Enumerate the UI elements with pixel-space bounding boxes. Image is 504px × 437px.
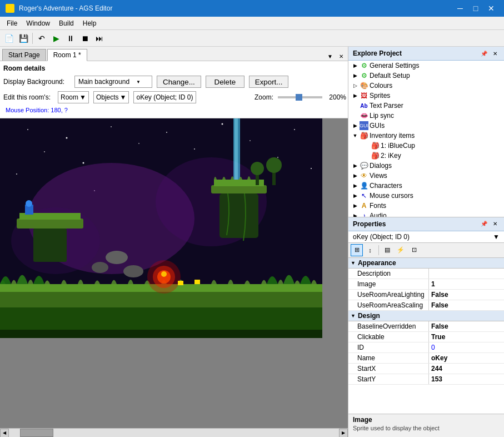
- tree-item[interactable]: ▶ ⚙ General Settings: [348, 61, 504, 71]
- tree-item[interactable]: ▶ 🖼 Sprites: [348, 91, 504, 101]
- maximize-button[interactable]: □: [468, 1, 483, 16]
- svg-point-9: [83, 162, 84, 164]
- props-object-label: oKey (Object; ID 0): [353, 233, 410, 241]
- tree-item[interactable]: ▶ 💬 Dialogs: [348, 161, 504, 171]
- toolbar-new[interactable]: 📄: [2, 32, 16, 45]
- tree-label: Audio: [370, 212, 387, 217]
- h-scroll-thumb[interactable]: [20, 429, 53, 437]
- props-grid-btn[interactable]: ▤: [381, 244, 393, 256]
- export-button[interactable]: Export...: [249, 76, 289, 88]
- toolbar-pause[interactable]: ⏸: [64, 32, 77, 45]
- tree-label: Sprites: [370, 92, 390, 100]
- tree-item[interactable]: Ab Text Parser: [348, 101, 504, 111]
- app-icon: [6, 4, 14, 13]
- svg-rect-25: [17, 218, 83, 229]
- h-scroll-track[interactable]: [9, 429, 339, 437]
- tree-item[interactable]: ▶ ↖ Mouse cursors: [348, 191, 504, 201]
- minimize-button[interactable]: ─: [453, 1, 467, 16]
- tree-item[interactable]: 👄 Lip sync: [348, 111, 504, 121]
- scroll-left-btn[interactable]: ◀: [0, 429, 9, 438]
- svg-rect-48: [178, 281, 183, 285]
- properties-grid: ▼ Appearance Description Image 1 UseRoom…: [348, 258, 504, 414]
- menu-window[interactable]: Window: [22, 18, 54, 28]
- desc-title: Image: [353, 416, 500, 424]
- prop-value: False: [429, 321, 504, 331]
- props-controls: 📌 ✕: [480, 220, 500, 229]
- expander-icon: [362, 141, 371, 150]
- tree-view[interactable]: ▶ ⚙ General Settings ▶ ⚙ Default Setup ▷…: [348, 61, 504, 217]
- display-bg-dropdown[interactable]: Main background ▼: [74, 76, 152, 88]
- room-type-dropdown[interactable]: Room ▼: [58, 91, 89, 103]
- tab-close-btn[interactable]: ✕: [337, 52, 346, 61]
- prop-row-image: Image 1: [348, 279, 504, 290]
- main-container: Start Page Room 1 * ▼ ✕ Room details Dis…: [0, 47, 504, 437]
- delete-button[interactable]: Delete: [206, 76, 244, 88]
- tree-item[interactable]: ▷ 🎨 Colours: [348, 81, 504, 91]
- tree-item[interactable]: 🎒 1: iBlueCup: [348, 141, 504, 151]
- expander-icon: [351, 111, 360, 120]
- title-bar: Roger's Adventure - AGS Editor ─ □ ✕: [0, 0, 504, 17]
- explore-header: Explore Project 📌 ✕: [348, 47, 504, 61]
- prop-name: Description: [348, 269, 429, 279]
- change-button[interactable]: Change...: [157, 76, 201, 88]
- section-label: Design: [358, 312, 380, 320]
- display-bg-row: Display Background: Main background ▼ Ch…: [3, 76, 345, 88]
- text-icon: Ab: [360, 101, 368, 110]
- section-appearance[interactable]: ▼ Appearance: [348, 258, 504, 269]
- room-dropdown-arrow: ▼: [79, 93, 86, 101]
- menu-build[interactable]: Build: [54, 18, 78, 28]
- close-button[interactable]: ✕: [484, 1, 498, 16]
- tab-start-page[interactable]: Start Page: [2, 49, 46, 61]
- props-dropdown-arrow[interactable]: ▼: [493, 233, 500, 241]
- explore-pin-btn[interactable]: 📌: [480, 49, 488, 58]
- object-select-dropdown[interactable]: oKey (Object; ID 0): [133, 91, 196, 103]
- tree-label: Mouse cursors: [370, 192, 413, 200]
- svg-point-10: [194, 148, 195, 150]
- tree-item[interactable]: ▶ A Fonts: [348, 201, 504, 211]
- explore-close-btn[interactable]: ✕: [491, 49, 500, 58]
- svg-point-4: [166, 132, 167, 133]
- toolbar-stop[interactable]: ⏹: [78, 32, 92, 45]
- menu-help[interactable]: Help: [78, 18, 101, 28]
- h-scrollbar[interactable]: ◀ ▶: [0, 428, 348, 437]
- props-pin-btn[interactable]: 📌: [480, 220, 488, 229]
- expander-icon: ▶: [351, 171, 360, 180]
- display-bg-label: Display Background:: [3, 78, 70, 86]
- scroll-right-btn[interactable]: ▶: [339, 429, 348, 438]
- desc-text: Sprite used to display the object: [353, 425, 500, 431]
- tree-item[interactable]: ▼ 🎒 Inventory items: [348, 131, 504, 141]
- props-event-btn[interactable]: ⚡: [395, 244, 407, 256]
- tree-item[interactable]: ▶ GUI GUIs: [348, 121, 504, 131]
- menu-file[interactable]: File: [2, 18, 22, 28]
- props-misc-btn[interactable]: ⊡: [408, 244, 420, 256]
- room-details: Room details Display Background: Main ba…: [0, 61, 348, 118]
- objects-dropdown[interactable]: Objects ▼: [93, 91, 129, 103]
- props-categorized-btn[interactable]: ⊞: [351, 244, 363, 256]
- canvas-area[interactable]: HOME: [0, 118, 348, 428]
- tree-item[interactable]: 🎒 2: iKey: [348, 151, 504, 161]
- room-option: Room: [61, 93, 78, 101]
- tree-item[interactable]: ▶ ⚙ Default Setup: [348, 71, 504, 81]
- toolbar-run[interactable]: ▶: [49, 32, 63, 45]
- tree-label: Inventory items: [370, 132, 415, 140]
- svg-rect-49: [194, 280, 200, 284]
- palette-icon: 🎨: [360, 81, 368, 90]
- tab-room1[interactable]: Room 1 *: [47, 49, 87, 61]
- tree-item[interactable]: ▶ ♪ Audio: [348, 211, 504, 217]
- tree-label: Dialogs: [370, 162, 392, 170]
- objects-dropdown-arrow: ▼: [120, 93, 127, 101]
- toolbar-undo[interactable]: ↶: [35, 32, 48, 45]
- views-icon: 👁: [360, 171, 368, 180]
- svg-point-11: [277, 157, 278, 158]
- zoom-slider[interactable]: [278, 96, 322, 98]
- props-close-btn[interactable]: ✕: [491, 220, 500, 229]
- section-design[interactable]: ▼ Design: [348, 311, 504, 321]
- toolbar-step[interactable]: ⏭: [93, 32, 106, 45]
- toolbar-save[interactable]: 💾: [17, 32, 30, 45]
- tab-dropdown-btn[interactable]: ▼: [326, 52, 335, 61]
- props-alpha-btn[interactable]: ↕: [364, 244, 376, 256]
- tree-item[interactable]: ▶ 👤 Characters: [348, 181, 504, 191]
- prop-value: 153: [429, 374, 504, 384]
- description-bar: Image Sprite used to display the object: [348, 414, 504, 437]
- tree-item[interactable]: ▶ 👁 Views: [348, 171, 504, 181]
